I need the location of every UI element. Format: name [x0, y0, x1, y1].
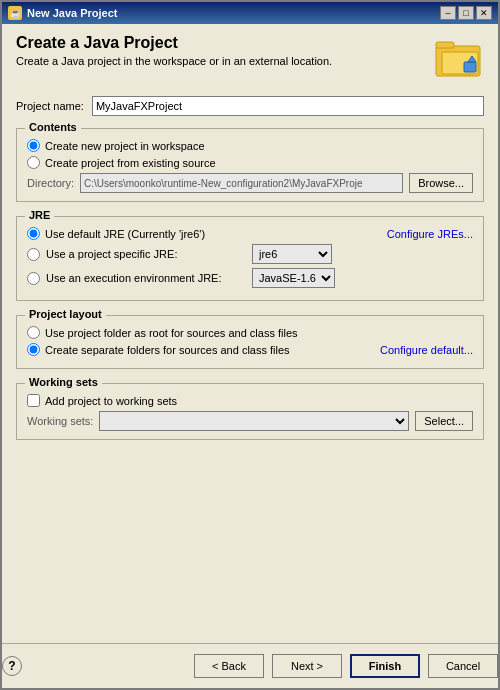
close-button[interactable]: ✕ — [476, 6, 492, 20]
project-name-input[interactable] — [92, 96, 484, 116]
env-jre-radio[interactable] — [27, 272, 40, 285]
env-jre-row: Use an execution environment JRE: JavaSE… — [27, 268, 473, 288]
cancel-button[interactable]: Cancel — [428, 654, 498, 678]
separate-folders-radio-row: Create separate folders for sources and … — [27, 343, 473, 356]
specific-jre-dropdown[interactable]: jre6 — [252, 244, 332, 264]
specific-jre-radio[interactable] — [27, 248, 40, 261]
window: ☕ New Java Project – □ ✕ Create a Java P… — [0, 0, 500, 690]
contents-legend: Contents — [25, 121, 81, 133]
minimize-button[interactable]: – — [440, 6, 456, 20]
existing-source-radio-row: Create project from existing source — [27, 156, 473, 169]
browse-button[interactable]: Browse... — [409, 173, 473, 193]
page-subtitle: Create a Java project in the workspace o… — [16, 55, 332, 67]
jre-group: JRE Use default JRE (Currently 'jre6') C… — [16, 216, 484, 301]
default-jre-row: Use default JRE (Currently 'jre6') Confi… — [27, 227, 473, 240]
configure-default-link[interactable]: Configure default... — [380, 344, 473, 356]
directory-label: Directory: — [27, 177, 74, 189]
help-button[interactable]: ? — [2, 656, 22, 676]
default-jre-radio[interactable] — [27, 227, 40, 240]
maximize-button[interactable]: □ — [458, 6, 474, 20]
root-folder-label: Use project folder as root for sources a… — [45, 327, 298, 339]
svg-rect-3 — [464, 62, 476, 72]
create-new-label: Create new project in workspace — [45, 140, 205, 152]
header-text: Create a Java Project Create a Java proj… — [16, 34, 332, 67]
folder-icon — [434, 34, 484, 84]
specific-jre-label: Use a project specific JRE: — [46, 248, 246, 260]
root-folder-radio-row: Use project folder as root for sources a… — [27, 326, 473, 339]
add-to-working-sets-row: Add project to working sets — [27, 394, 473, 407]
working-sets-legend: Working sets — [25, 376, 102, 388]
project-layout-legend: Project layout — [25, 308, 106, 320]
window-icon: ☕ — [8, 6, 22, 20]
svg-rect-1 — [436, 42, 454, 48]
working-sets-dropdown[interactable] — [99, 411, 409, 431]
project-name-row: Project name: — [16, 96, 484, 116]
configure-jres-link[interactable]: Configure JREs... — [387, 228, 473, 240]
next-button[interactable]: Next > — [272, 654, 342, 678]
project-name-label: Project name: — [16, 100, 84, 112]
add-to-working-sets-checkbox[interactable] — [27, 394, 40, 407]
select-button[interactable]: Select... — [415, 411, 473, 431]
working-sets-label: Working sets: — [27, 415, 93, 427]
env-jre-label: Use an execution environment JRE: — [46, 272, 246, 284]
existing-source-label: Create project from existing source — [45, 157, 216, 169]
add-to-working-sets-label: Add project to working sets — [45, 395, 177, 407]
content-area: Create a Java Project Create a Java proj… — [2, 24, 498, 643]
project-layout-group: Project layout Use project folder as roo… — [16, 315, 484, 369]
create-new-radio-row: Create new project in workspace — [27, 139, 473, 152]
title-bar-controls: – □ ✕ — [440, 6, 492, 20]
separate-folders-label: Create separate folders for sources and … — [45, 344, 290, 356]
env-jre-dropdown[interactable]: JavaSE-1.6 — [252, 268, 335, 288]
existing-source-radio[interactable] — [27, 156, 40, 169]
working-sets-row: Working sets: Select... — [27, 411, 473, 431]
create-new-radio[interactable] — [27, 139, 40, 152]
title-bar-title: ☕ New Java Project — [8, 6, 118, 20]
bottom-buttons: ? < Back Next > Finish Cancel — [2, 643, 498, 688]
contents-group: Contents Create new project in workspace… — [16, 128, 484, 202]
page-title: Create a Java Project — [16, 34, 332, 52]
directory-row: Directory: Browse... — [27, 173, 473, 193]
title-bar: ☕ New Java Project – □ ✕ — [2, 2, 498, 24]
default-jre-label: Use default JRE (Currently 'jre6') — [45, 228, 205, 240]
directory-input[interactable] — [80, 173, 403, 193]
specific-jre-row: Use a project specific JRE: jre6 — [27, 244, 473, 264]
jre-legend: JRE — [25, 209, 54, 221]
finish-button[interactable]: Finish — [350, 654, 420, 678]
separate-folders-radio[interactable] — [27, 343, 40, 356]
working-sets-group: Working sets Add project to working sets… — [16, 383, 484, 440]
back-button[interactable]: < Back — [194, 654, 264, 678]
header-section: Create a Java Project Create a Java proj… — [16, 34, 484, 84]
root-folder-radio[interactable] — [27, 326, 40, 339]
